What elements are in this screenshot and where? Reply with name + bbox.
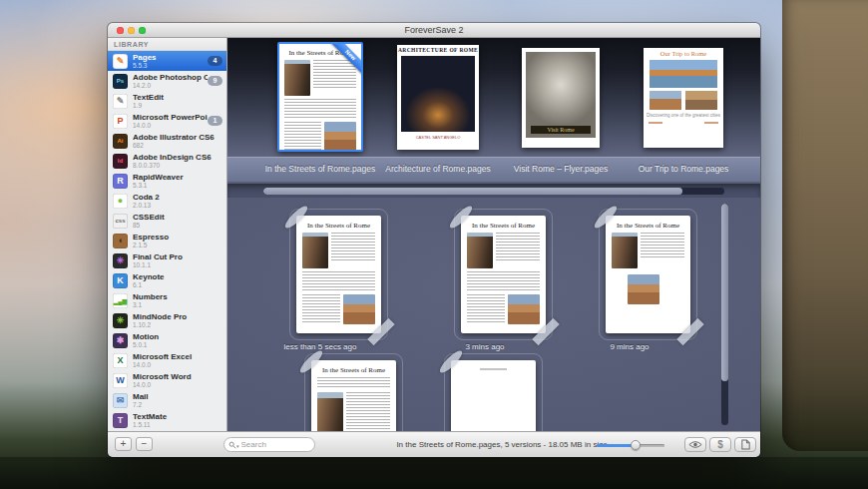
app-version: 2.1.5 [133,242,226,249]
app-version: 3.1 [133,301,226,309]
app-name: Adobe Illustrator CS6 [133,133,226,142]
app-name: Motion [133,332,226,341]
text-lines [496,233,540,262]
sidebar-item-numbers[interactable]: ▂▄▆ Numbers 3.1 [108,290,226,310]
excel-icon: X [113,353,128,368]
dollar-swap-icon: $ [717,440,723,450]
restore-document-button[interactable] [734,437,756,452]
carousel-item-architecture-of-rome[interactable]: ARCHITECTURE OF ROME CASTEL SANT'ANGELO [397,45,479,150]
app-name: Pages [133,53,208,62]
app-version: 2.0.13 [133,202,226,210]
tiny-text-line [480,368,506,370]
finalcut-icon: ✳ [113,253,128,268]
app-version: 14.0.0 [133,381,226,389]
version-card[interactable] [444,353,543,431]
carousel-item-our-trip-to-rome[interactable]: Our Trip to Rome Discovering one of the … [644,48,723,148]
version-card[interactable]: In the Streets of Rome [454,209,553,340]
sidebar-item-final-cut-pro[interactable]: ✳ Final Cut Pro 10.1.1 [108,250,226,270]
text-lines [641,233,684,258]
sidebar-item-mail[interactable]: ✉ Mail 7.2 [108,390,226,410]
wallpaper-ground [0,457,868,489]
app-version: 1.10.2 [133,321,226,329]
sidebar-item-cssedit[interactable]: css CSSEdit 85 [108,211,226,231]
swap-versions-button[interactable]: $ [709,437,731,452]
street-photo [317,392,343,431]
keynote-icon: K [113,273,128,288]
text-lines [467,271,540,291]
app-version: 14.2.0 [133,82,208,90]
wallpaper-cliff [782,0,868,451]
sidebar-item-adobe-illustrator-cs6[interactable]: Ai Adobe Illustrator CS6 682 [108,131,226,151]
preview-version-button[interactable] [684,437,706,452]
app-name: Microsoft Excel [133,352,226,361]
pages-icon: ✎ [113,54,128,69]
cssedit-icon: css [113,214,128,229]
app-name: TextEdit [133,93,226,102]
remove-app-button[interactable]: − [136,437,153,451]
sidebar-item-rapidweaver[interactable]: R RapidWeaver 5.3.1 [108,171,226,191]
thumbnail-size-slider[interactable] [597,444,664,447]
sidebar-item-adobe-indesign-cs6[interactable]: Id Adobe InDesign CS6 8.0.0.370 [108,151,226,171]
street-photo [302,233,328,268]
versions-vertical-scrollbar[interactable] [721,204,728,425]
carousel-item-in-the-streets-of-rome[interactable]: In the Streets of Rome New [277,42,363,152]
carousel-label: Our Trip to Rome.pages [609,164,758,174]
carousel-scroll-zone [227,184,760,198]
text-lines [302,271,375,291]
text-lines [467,294,505,324]
search-field[interactable]: ▾ [223,437,315,452]
status-bar: + − ▾ In the Streets of Rome.pages, 5 ve… [108,431,760,457]
scrollbar-thumb[interactable] [721,204,728,381]
version-page-preview [451,360,536,431]
search-scope-chevron-icon[interactable]: ▾ [236,443,239,449]
app-version: 5.5.3 [133,62,208,70]
sidebar-item-textmate[interactable]: T TextMate 1.5.11 [108,410,226,430]
coda-leaf-icon: ● [113,194,128,209]
document-carousel: In the Streets of Rome New [227,38,760,157]
sidebar-item-microsoft-powerpoint[interactable]: P Microsoft PowerPoint 14.0.0 1 [108,111,226,131]
building-photo [628,274,659,304]
search-input[interactable] [241,440,301,449]
window-titlebar[interactable]: ForeverSave 2 [108,23,760,38]
carousel-item-visit-rome-flyer[interactable]: Visit Rome [522,48,600,148]
photoshop-icon: Ps [113,74,128,89]
text-lines [284,122,321,150]
slider-fill [597,444,636,447]
sidebar-item-motion[interactable]: ✱ Motion 5.0.1 [108,330,226,350]
sidebar-item-keynote[interactable]: K Keynote 6.1 [108,270,226,290]
document-preview: ARCHITECTURE OF ROME CASTEL SANT'ANGELO [397,45,479,150]
sidebar-item-textedit[interactable]: ✎ TextEdit 1.9 [108,91,226,111]
eye-preview-icon [688,440,702,449]
app-version: 6.1 [133,281,226,289]
text-lines [346,392,390,431]
slider-knob[interactable] [631,440,641,450]
numbers-chart-icon: ▂▄▆ [113,293,128,308]
app-version: 8.0.0.370 [133,162,226,170]
app-version: 10.1.1 [133,261,226,269]
version-page-preview: In the Streets of Rome [461,216,546,333]
scrollbar-thumb[interactable] [263,188,682,195]
library-header: LIBRARY [108,38,226,51]
version-count-badge: 9 [208,76,222,86]
sidebar-item-adobe-photoshop-cc[interactable]: Ps Adobe Photoshop CC 14.2.0 9 [108,71,226,91]
version-card[interactable]: In the Streets of Rome [599,209,697,340]
version-card[interactable]: In the Streets of Rome [304,353,403,431]
sidebar-item-microsoft-excel[interactable]: X Microsoft Excel 14.0.0 [108,350,226,370]
app-version: 85 [133,222,226,230]
sidebar-item-microsoft-word[interactable]: W Microsoft Word 14.0.0 [108,370,226,390]
carousel-horizontal-scrollbar[interactable] [263,188,724,195]
indesign-icon: Id [113,154,128,169]
sidebar-item-pages[interactable]: ✎ Pages 5.5.3 4 [108,51,226,71]
espresso-cup-icon: ◖ [113,234,128,248]
mindnode-icon: ✳ [113,313,128,328]
sidebar-item-coda-2[interactable]: ● Coda 2 2.0.13 [108,191,226,211]
app-version: 14.0.0 [133,122,208,130]
illustrator-icon: Ai [113,134,128,149]
sidebar-item-espresso[interactable]: ◖ Espresso 2.1.5 [108,231,226,250]
app-name: Keynote [133,272,226,281]
sidebar-item-mindnode-pro[interactable]: ✳ MindNode Pro 1.10.2 [108,310,226,330]
building-photo [508,294,540,324]
add-app-button[interactable]: + [115,437,132,451]
version-card[interactable]: In the Streets of Rome [289,209,388,340]
building-photo [324,122,356,150]
